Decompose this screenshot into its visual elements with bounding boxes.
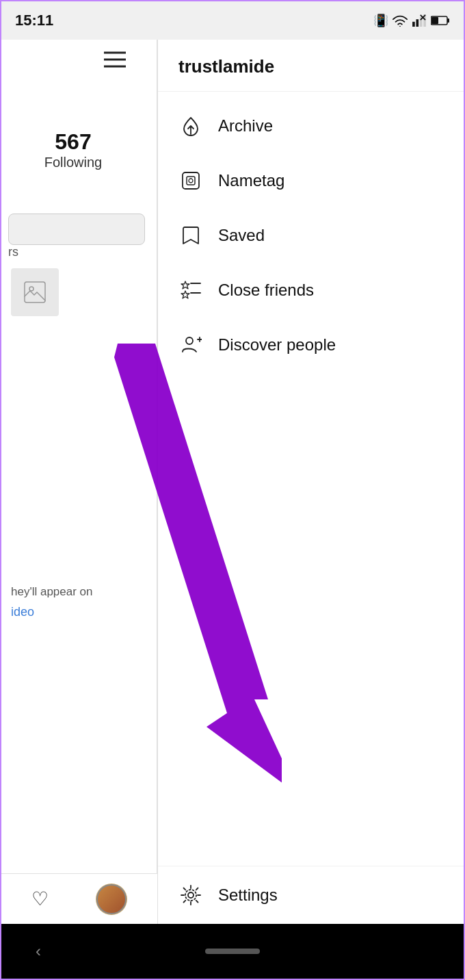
appear-text: hey'll appear on [11,585,93,598]
svg-point-21 [186,337,193,344]
nametag-icon [178,168,203,193]
status-time: 15:11 [15,12,53,29]
svg-point-16 [189,179,193,183]
menu-username: trustlamide [158,40,465,92]
svg-rect-14 [183,172,199,189]
status-bar: 15:11 📳 [1,1,464,40]
wifi-icon [393,14,408,27]
vibrate-icon: 📳 [373,13,388,28]
profile-avatar[interactable] [96,884,127,915]
back-button[interactable]: ‹ [36,942,41,961]
profile-bottom-text: hey'll appear on ideo [1,576,145,626]
edit-profile-button[interactable] [8,214,145,245]
svg-rect-8 [447,18,449,23]
discover-people-label: Discover people [218,335,336,354]
saved-label: Saved [218,226,265,245]
bottom-nav: ♡ [1,873,157,924]
menu-item-archive[interactable]: Archive [158,99,465,153]
settings-icon [178,883,203,907]
heart-icon[interactable]: ♡ [31,888,49,910]
svg-marker-19 [181,291,189,298]
menu-item-nametag[interactable]: Nametag [158,153,465,208]
discover-people-icon [178,333,203,357]
avatar-image [96,884,127,914]
menu-item-discover-people[interactable]: Discover people [158,318,465,372]
close-friends-label: Close friends [218,281,314,300]
saved-icon [178,223,203,248]
photo-grid-placeholder [11,268,59,316]
hamburger-menu-icon[interactable] [104,51,126,73]
archive-label: Archive [218,116,273,136]
status-icons: 📳 [373,13,450,28]
nametag-label: Nametag [218,171,284,190]
svg-marker-17 [181,281,189,289]
svg-point-24 [188,892,194,898]
video-link[interactable]: ideo [11,605,135,619]
menu-items-list: Archive Nametag Saved [158,92,465,379]
close-friends-icon [178,278,203,302]
svg-rect-0 [412,22,415,27]
signal-icon [412,14,427,27]
archive-icon [178,114,203,138]
dropdown-menu: trustlamide Archive Nametag [157,40,465,924]
following-count: 567 [8,129,138,155]
menu-item-saved[interactable]: Saved [158,208,465,263]
followers-partial-label: rs [8,245,46,259]
following-area: rs 567 Following [1,108,145,177]
svg-rect-15 [187,177,195,185]
svg-rect-1 [416,19,419,27]
svg-point-25 [185,890,196,901]
svg-rect-7 [431,17,438,24]
menu-item-close-friends[interactable]: Close friends [158,263,465,318]
android-nav-bar: ‹ [1,924,464,979]
battery-icon [431,15,450,26]
following-label: Following [8,155,138,170]
image-placeholder-icon [23,280,47,305]
home-pill[interactable] [205,949,260,954]
svg-rect-12 [25,282,45,302]
settings-label: Settings [218,886,278,905]
menu-item-settings[interactable]: Settings [158,866,465,924]
